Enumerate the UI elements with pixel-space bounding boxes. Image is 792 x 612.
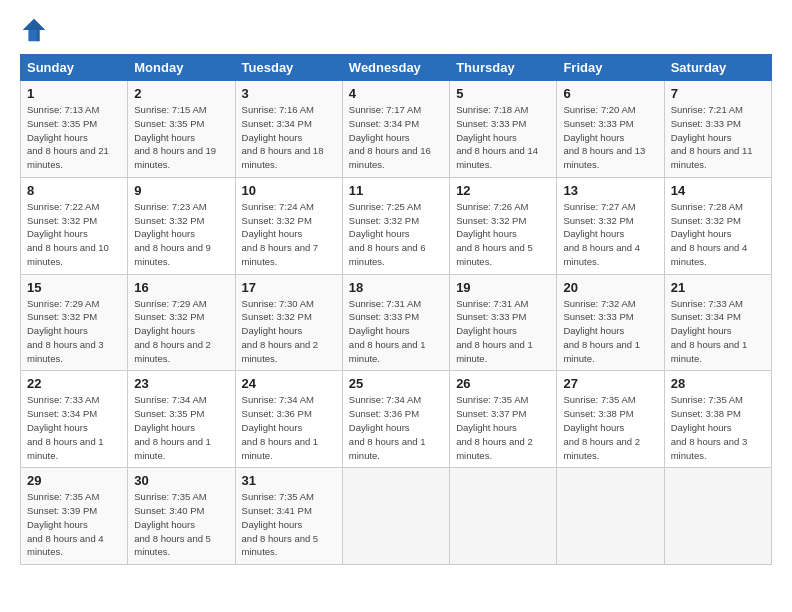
- day-number: 31: [242, 473, 336, 488]
- calendar-cell: [450, 468, 557, 565]
- calendar-week-3: 15 Sunrise: 7:29 AM Sunset: 3:32 PM Dayl…: [21, 274, 772, 371]
- calendar-cell: 16 Sunrise: 7:29 AM Sunset: 3:32 PM Dayl…: [128, 274, 235, 371]
- calendar-cell: 8 Sunrise: 7:22 AM Sunset: 3:32 PM Dayli…: [21, 177, 128, 274]
- day-info: Sunrise: 7:35 AM Sunset: 3:38 PM Dayligh…: [563, 393, 657, 462]
- day-number: 8: [27, 183, 121, 198]
- day-info: Sunrise: 7:27 AM Sunset: 3:32 PM Dayligh…: [563, 200, 657, 269]
- weekday-header-saturday: Saturday: [664, 55, 771, 81]
- calendar-cell: 5 Sunrise: 7:18 AM Sunset: 3:33 PM Dayli…: [450, 81, 557, 178]
- day-info: Sunrise: 7:24 AM Sunset: 3:32 PM Dayligh…: [242, 200, 336, 269]
- calendar-cell: [557, 468, 664, 565]
- calendar-header: SundayMondayTuesdayWednesdayThursdayFrid…: [21, 55, 772, 81]
- calendar-cell: 6 Sunrise: 7:20 AM Sunset: 3:33 PM Dayli…: [557, 81, 664, 178]
- day-number: 28: [671, 376, 765, 391]
- day-info: Sunrise: 7:13 AM Sunset: 3:35 PM Dayligh…: [27, 103, 121, 172]
- day-number: 23: [134, 376, 228, 391]
- page-header: [20, 16, 772, 44]
- calendar-cell: 15 Sunrise: 7:29 AM Sunset: 3:32 PM Dayl…: [21, 274, 128, 371]
- day-number: 19: [456, 280, 550, 295]
- day-number: 7: [671, 86, 765, 101]
- day-number: 12: [456, 183, 550, 198]
- day-number: 20: [563, 280, 657, 295]
- day-info: Sunrise: 7:33 AM Sunset: 3:34 PM Dayligh…: [27, 393, 121, 462]
- day-number: 9: [134, 183, 228, 198]
- weekday-header-tuesday: Tuesday: [235, 55, 342, 81]
- day-info: Sunrise: 7:28 AM Sunset: 3:32 PM Dayligh…: [671, 200, 765, 269]
- calendar-cell: 10 Sunrise: 7:24 AM Sunset: 3:32 PM Dayl…: [235, 177, 342, 274]
- calendar-cell: 26 Sunrise: 7:35 AM Sunset: 3:37 PM Dayl…: [450, 371, 557, 468]
- day-info: Sunrise: 7:34 AM Sunset: 3:36 PM Dayligh…: [349, 393, 443, 462]
- day-info: Sunrise: 7:22 AM Sunset: 3:32 PM Dayligh…: [27, 200, 121, 269]
- day-info: Sunrise: 7:31 AM Sunset: 3:33 PM Dayligh…: [349, 297, 443, 366]
- day-number: 21: [671, 280, 765, 295]
- calendar-week-5: 29 Sunrise: 7:35 AM Sunset: 3:39 PM Dayl…: [21, 468, 772, 565]
- day-info: Sunrise: 7:35 AM Sunset: 3:37 PM Dayligh…: [456, 393, 550, 462]
- calendar-cell: 27 Sunrise: 7:35 AM Sunset: 3:38 PM Dayl…: [557, 371, 664, 468]
- calendar-cell: 11 Sunrise: 7:25 AM Sunset: 3:32 PM Dayl…: [342, 177, 449, 274]
- day-number: 14: [671, 183, 765, 198]
- calendar-cell: 14 Sunrise: 7:28 AM Sunset: 3:32 PM Dayl…: [664, 177, 771, 274]
- day-info: Sunrise: 7:18 AM Sunset: 3:33 PM Dayligh…: [456, 103, 550, 172]
- calendar-cell: [664, 468, 771, 565]
- calendar-cell: 19 Sunrise: 7:31 AM Sunset: 3:33 PM Dayl…: [450, 274, 557, 371]
- day-number: 26: [456, 376, 550, 391]
- calendar-cell: 28 Sunrise: 7:35 AM Sunset: 3:38 PM Dayl…: [664, 371, 771, 468]
- calendar-cell: 31 Sunrise: 7:35 AM Sunset: 3:41 PM Dayl…: [235, 468, 342, 565]
- day-number: 17: [242, 280, 336, 295]
- day-info: Sunrise: 7:20 AM Sunset: 3:33 PM Dayligh…: [563, 103, 657, 172]
- day-number: 11: [349, 183, 443, 198]
- calendar-cell: 22 Sunrise: 7:33 AM Sunset: 3:34 PM Dayl…: [21, 371, 128, 468]
- calendar-cell: [342, 468, 449, 565]
- logo-icon: [20, 16, 48, 44]
- day-info: Sunrise: 7:31 AM Sunset: 3:33 PM Dayligh…: [456, 297, 550, 366]
- day-number: 29: [27, 473, 121, 488]
- calendar-cell: 21 Sunrise: 7:33 AM Sunset: 3:34 PM Dayl…: [664, 274, 771, 371]
- weekday-header-wednesday: Wednesday: [342, 55, 449, 81]
- day-info: Sunrise: 7:35 AM Sunset: 3:38 PM Dayligh…: [671, 393, 765, 462]
- day-info: Sunrise: 7:26 AM Sunset: 3:32 PM Dayligh…: [456, 200, 550, 269]
- day-info: Sunrise: 7:35 AM Sunset: 3:41 PM Dayligh…: [242, 490, 336, 559]
- calendar-cell: 18 Sunrise: 7:31 AM Sunset: 3:33 PM Dayl…: [342, 274, 449, 371]
- calendar-cell: 29 Sunrise: 7:35 AM Sunset: 3:39 PM Dayl…: [21, 468, 128, 565]
- day-number: 4: [349, 86, 443, 101]
- day-info: Sunrise: 7:29 AM Sunset: 3:32 PM Dayligh…: [134, 297, 228, 366]
- day-info: Sunrise: 7:15 AM Sunset: 3:35 PM Dayligh…: [134, 103, 228, 172]
- day-number: 5: [456, 86, 550, 101]
- day-info: Sunrise: 7:34 AM Sunset: 3:36 PM Dayligh…: [242, 393, 336, 462]
- day-number: 2: [134, 86, 228, 101]
- logo: [20, 16, 52, 44]
- day-info: Sunrise: 7:25 AM Sunset: 3:32 PM Dayligh…: [349, 200, 443, 269]
- weekday-header-friday: Friday: [557, 55, 664, 81]
- day-number: 22: [27, 376, 121, 391]
- calendar-week-1: 1 Sunrise: 7:13 AM Sunset: 3:35 PM Dayli…: [21, 81, 772, 178]
- day-info: Sunrise: 7:29 AM Sunset: 3:32 PM Dayligh…: [27, 297, 121, 366]
- day-info: Sunrise: 7:30 AM Sunset: 3:32 PM Dayligh…: [242, 297, 336, 366]
- calendar-cell: 1 Sunrise: 7:13 AM Sunset: 3:35 PM Dayli…: [21, 81, 128, 178]
- calendar-cell: 30 Sunrise: 7:35 AM Sunset: 3:40 PM Dayl…: [128, 468, 235, 565]
- day-info: Sunrise: 7:34 AM Sunset: 3:35 PM Dayligh…: [134, 393, 228, 462]
- day-number: 13: [563, 183, 657, 198]
- day-info: Sunrise: 7:17 AM Sunset: 3:34 PM Dayligh…: [349, 103, 443, 172]
- day-info: Sunrise: 7:16 AM Sunset: 3:34 PM Dayligh…: [242, 103, 336, 172]
- day-number: 18: [349, 280, 443, 295]
- weekday-header-thursday: Thursday: [450, 55, 557, 81]
- day-number: 30: [134, 473, 228, 488]
- weekday-header-monday: Monday: [128, 55, 235, 81]
- calendar-week-4: 22 Sunrise: 7:33 AM Sunset: 3:34 PM Dayl…: [21, 371, 772, 468]
- day-info: Sunrise: 7:35 AM Sunset: 3:40 PM Dayligh…: [134, 490, 228, 559]
- day-info: Sunrise: 7:21 AM Sunset: 3:33 PM Dayligh…: [671, 103, 765, 172]
- calendar-cell: 9 Sunrise: 7:23 AM Sunset: 3:32 PM Dayli…: [128, 177, 235, 274]
- calendar-cell: 25 Sunrise: 7:34 AM Sunset: 3:36 PM Dayl…: [342, 371, 449, 468]
- day-info: Sunrise: 7:23 AM Sunset: 3:32 PM Dayligh…: [134, 200, 228, 269]
- calendar-cell: 2 Sunrise: 7:15 AM Sunset: 3:35 PM Dayli…: [128, 81, 235, 178]
- day-number: 27: [563, 376, 657, 391]
- day-number: 15: [27, 280, 121, 295]
- calendar-cell: 23 Sunrise: 7:34 AM Sunset: 3:35 PM Dayl…: [128, 371, 235, 468]
- calendar-cell: 7 Sunrise: 7:21 AM Sunset: 3:33 PM Dayli…: [664, 81, 771, 178]
- day-number: 6: [563, 86, 657, 101]
- calendar-cell: 17 Sunrise: 7:30 AM Sunset: 3:32 PM Dayl…: [235, 274, 342, 371]
- day-number: 1: [27, 86, 121, 101]
- calendar-week-2: 8 Sunrise: 7:22 AM Sunset: 3:32 PM Dayli…: [21, 177, 772, 274]
- calendar-cell: 3 Sunrise: 7:16 AM Sunset: 3:34 PM Dayli…: [235, 81, 342, 178]
- calendar-cell: 12 Sunrise: 7:26 AM Sunset: 3:32 PM Dayl…: [450, 177, 557, 274]
